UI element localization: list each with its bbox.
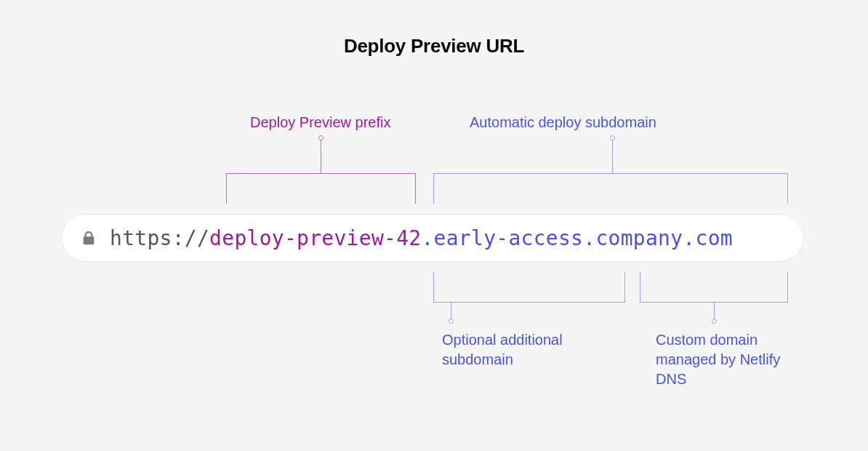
callout-automatic-deploy-subdomain: Automatic deploy subdomain xyxy=(470,113,656,132)
diagram-title: Deploy Preview URL xyxy=(0,35,868,57)
url-dot: . xyxy=(583,226,595,250)
url-scheme: https:// xyxy=(110,226,209,250)
bracket-auto-subdomain xyxy=(433,173,788,204)
callout-custom-domain: Custom domain managed by Netlify DNS xyxy=(656,330,801,389)
url-subdomain: early-access xyxy=(434,226,584,250)
connector-stem xyxy=(321,138,321,173)
connector-stem xyxy=(612,138,613,173)
callout-deploy-preview-prefix: Deploy Preview prefix xyxy=(250,113,390,132)
url-domain: company.com xyxy=(595,226,733,250)
connector-stem xyxy=(714,303,715,320)
connector-dot xyxy=(712,319,717,324)
bracket-optional-subdomain xyxy=(433,272,625,303)
connector-stem xyxy=(451,303,451,320)
lock-icon xyxy=(81,229,97,247)
connector-dot xyxy=(610,135,615,140)
bracket-prefix xyxy=(226,173,416,204)
url-dot: . xyxy=(421,226,433,250)
connector-dot xyxy=(318,135,324,140)
bracket-custom-domain xyxy=(640,272,788,303)
url-deploy-preview-prefix: deploy-preview-42 xyxy=(209,226,421,250)
callout-optional-additional-subdomain: Optional additional subdomain xyxy=(442,330,602,370)
url-bar: https://deploy-preview-42.early-access.c… xyxy=(61,214,804,262)
connector-dot xyxy=(449,319,454,324)
